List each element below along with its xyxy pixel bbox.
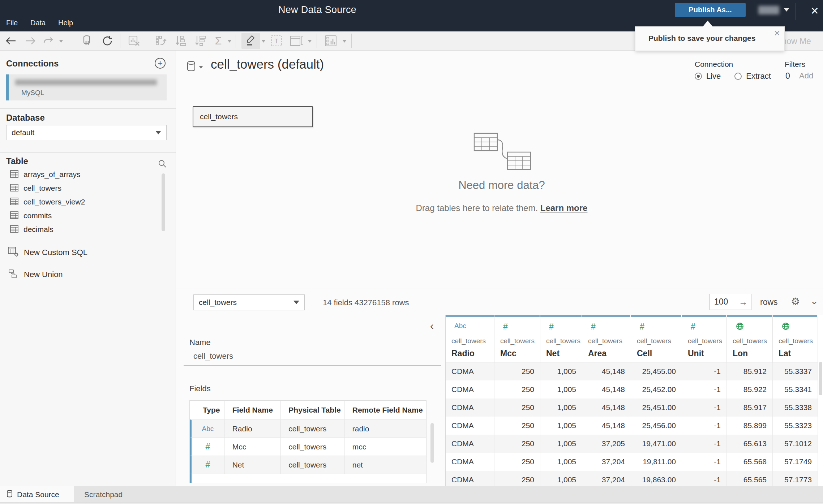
grid-column-header-cell[interactable]: #cell_towersCell [631, 315, 682, 362]
grid-cell: 19,471.00 [631, 435, 682, 453]
toolbar-separator [149, 34, 149, 48]
reset-icon[interactable] [40, 31, 56, 50]
tab-scratchpad[interactable]: Scratchpad [74, 486, 170, 503]
table-list-item[interactable]: cell_towers [0, 181, 159, 195]
show-me-caret-icon[interactable] [343, 40, 346, 43]
totals-caret-icon[interactable] [228, 40, 231, 43]
grid-column-header-lon[interactable]: cell_towersLon [727, 315, 773, 362]
sidebar-scrollbar-thumb[interactable] [162, 173, 165, 231]
grid-cell: CDMA [446, 453, 494, 471]
database-select[interactable]: default [6, 125, 167, 140]
connection-radio-group: Live Extract [695, 72, 785, 81]
grid-row[interactable]: CDMA2501,00545,14825,451.00-185.91755.33… [446, 399, 818, 417]
menu-data[interactable]: Data [30, 19, 46, 27]
grid-column-header-unit[interactable]: #cell_towersUnit [682, 315, 727, 362]
collapse-panel-icon[interactable]: ‹ [430, 320, 434, 332]
grid-cell: 45,148 [582, 399, 631, 417]
number-type-icon: # [503, 322, 508, 332]
fields-scrollbar-thumb[interactable] [430, 423, 434, 463]
row-count-input[interactable]: 100 → [710, 294, 751, 310]
window-close-icon[interactable]: × [807, 2, 823, 20]
grid-row[interactable]: CDMA2501,00545,14825,456.00-185.89955.33… [446, 417, 818, 435]
grid-row[interactable]: CDMA2501,00537,20419,811.00-165.56857.17… [446, 453, 818, 471]
grid-cell: 1,005 [540, 380, 582, 399]
logical-table-node[interactable]: cell_towers [193, 106, 313, 127]
refresh-icon[interactable] [99, 31, 116, 50]
grid-row[interactable]: CDMA2501,00545,14825,455.00-185.91255.33… [446, 362, 818, 380]
sort-descending-icon[interactable] [192, 31, 208, 50]
learn-more-link[interactable]: Learn more [540, 203, 588, 213]
highlight-icon[interactable] [241, 33, 260, 49]
show-me-icon[interactable] [322, 31, 340, 50]
connection-item[interactable]: MySQL [6, 74, 167, 100]
number-type-icon: # [640, 322, 644, 332]
fields-row-partial[interactable] [190, 474, 426, 483]
grid-column-header-lat[interactable]: cell_towersLat [773, 315, 818, 362]
grid-row[interactable]: CDMA2501,00545,14825,452.00-185.92255.33… [446, 380, 818, 399]
pause-updates-icon[interactable] [79, 31, 95, 50]
sidebar-action-new-union[interactable]: New Union [0, 267, 159, 282]
table-picker-select[interactable]: cell_towers [193, 294, 305, 310]
connection-label: Connection [695, 60, 733, 69]
fields-row[interactable]: AbcRadiocell_towersradio [190, 419, 426, 438]
totals-icon[interactable]: Σ [210, 31, 226, 50]
text-label-icon[interactable]: T [268, 31, 285, 50]
grid-row[interactable]: CDMA2501,00537,20419,863.00-165.56557.17… [446, 471, 818, 486]
sidebar-action-new-custom-sql[interactable]: New Custom SQL [0, 245, 159, 260]
clear-sheet-icon[interactable] [126, 31, 142, 50]
grid-column-header-mcc[interactable]: #cell_towersMcc [494, 315, 540, 362]
column-accent-bar [446, 315, 494, 317]
grid-column-header-net[interactable]: #cell_towersNet [540, 315, 582, 362]
toolbar-separator [317, 34, 317, 48]
table-header: Table [6, 156, 28, 166]
radio-live[interactable] [695, 73, 702, 80]
menu-file[interactable]: File [6, 19, 18, 27]
name-value[interactable]: cell_towers [193, 352, 233, 361]
physical-table-cell: cell_towers [280, 438, 344, 456]
column-source: cell_towers [637, 337, 671, 345]
fit-icon[interactable] [288, 31, 306, 50]
grid-cell: 57.1749 [773, 453, 818, 471]
datasource-title: cell_towers (default) [211, 57, 324, 72]
table-list-item[interactable]: arrays_of_arrays [0, 168, 159, 181]
radio-live-label[interactable]: Live [706, 72, 721, 81]
fields-header-row: TypeField NamePhysical TableRemote Field… [190, 401, 426, 419]
publish-as-button[interactable]: Publish As... [675, 3, 746, 17]
user-menu-caret-icon[interactable] [784, 8, 789, 12]
user-account-chip[interactable] [758, 6, 779, 14]
fields-row[interactable]: #Mcccell_towersmcc [190, 438, 426, 456]
menu-help[interactable]: Help [58, 19, 73, 27]
tab-data-source[interactable]: Data Source [0, 486, 74, 503]
grid-column-header-area[interactable]: #cell_towersArea [582, 315, 631, 362]
datasource-db-icon[interactable] [187, 61, 196, 74]
number-type-icon: # [591, 322, 596, 332]
tooltip-close-icon[interactable]: × [774, 27, 780, 39]
apply-row-count-icon[interactable]: → [739, 297, 747, 307]
table-list-item[interactable]: commits [0, 209, 159, 223]
forward-icon[interactable] [22, 31, 38, 50]
geo-type-icon [736, 322, 744, 332]
add-connection-icon[interactable]: + [155, 58, 166, 69]
fields-header-cell: Remote Field Name [344, 401, 426, 419]
datasource-caret-icon[interactable] [199, 66, 203, 69]
grid-vertical-scrollbar-thumb[interactable] [819, 362, 822, 395]
back-icon[interactable] [3, 31, 19, 50]
tab-scratchpad-label: Scratchpad [84, 490, 123, 499]
radio-extract-label[interactable]: Extract [746, 72, 771, 81]
sort-ascending-icon[interactable] [172, 31, 189, 50]
table-picker-value: cell_towers [199, 298, 237, 307]
highlight-caret-icon[interactable] [262, 40, 265, 43]
filters-add-button[interactable]: Add [799, 71, 813, 81]
radio-extract[interactable] [734, 73, 742, 80]
grid-row[interactable]: CDMA2501,00537,20519,471.00-165.61357.10… [446, 435, 818, 453]
reset-caret-icon[interactable] [59, 40, 63, 43]
gear-icon[interactable]: ⚙ [791, 296, 800, 307]
table-list-item[interactable]: decimals [0, 223, 159, 236]
collapse-preview-icon[interactable]: ⌄ [810, 295, 818, 307]
row-count-value: 100 [714, 297, 728, 307]
swap-rows-columns-icon[interactable] [153, 31, 170, 50]
fields-row[interactable]: #Netcell_towersnet [190, 456, 426, 474]
grid-column-header-radio[interactable]: Abccell_towersRadio [446, 315, 494, 362]
table-list-item[interactable]: cell_towers_view2 [0, 195, 159, 209]
fit-caret-icon[interactable] [308, 40, 312, 43]
